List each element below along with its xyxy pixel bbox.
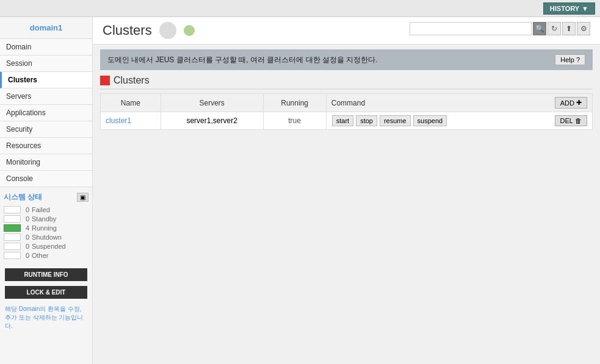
col-header-command: Command ADD ✚ [326, 94, 592, 112]
page-title: Clusters [103, 23, 152, 38]
col-header-name: Name [101, 94, 161, 112]
status-box-suspended [4, 243, 21, 250]
clusters-section: Clusters Name Servers Running [100, 75, 593, 359]
cmd-resume-button[interactable]: resume [380, 115, 411, 126]
runtime-info-button[interactable]: RUNTIME INFO [5, 268, 87, 281]
cluster-running: true [263, 112, 326, 130]
status-row-other: 0 Other [4, 252, 89, 259]
status-row-suspended: 0 Suspended [4, 243, 89, 250]
status-box-shutdown [4, 234, 21, 241]
system-status: 시스템 상태 ▣ 0 Failed 0 Standby 4 Running 0 [0, 187, 92, 266]
sidebar-item-security[interactable]: Security [0, 121, 92, 138]
status-row-shutdown: 0 Shutdown [4, 234, 89, 241]
header-decoration-circle2 [184, 25, 195, 36]
sidebar-item-console[interactable]: Console [0, 171, 92, 187]
content-area: Clusters 🔍 ↻ ⬆ ⚙ 도메인 내에서 JEUS 클러스터를 구성할 … [93, 17, 600, 364]
sidebar-item-monitoring[interactable]: Monitoring [0, 154, 92, 171]
info-banner-text: 도메인 내에서 JEUS 클러스터를 구성할 때, 여러 클러스터에 대한 설정… [107, 55, 378, 65]
lock-edit-button[interactable]: LOCK & EDIT [5, 286, 87, 299]
header-decoration-circle1 [159, 22, 176, 39]
status-box-running [4, 224, 21, 232]
system-status-title: 시스템 상태 ▣ [4, 192, 89, 202]
info-banner: 도메인 내에서 JEUS 클러스터를 구성할 때, 여러 클러스터에 대한 설정… [100, 49, 593, 70]
sidebar-item-applications[interactable]: Applications [0, 105, 92, 121]
help-button[interactable]: Help ? [555, 54, 585, 65]
search-area: 🔍 ↻ ⬆ ⚙ [410, 22, 590, 35]
sidebar-domain[interactable]: domain1 [0, 17, 92, 39]
status-row-standby: 0 Standby [4, 215, 89, 223]
cmd-suspend-button[interactable]: suspend [413, 115, 447, 126]
system-status-icon-btn[interactable]: ▣ [77, 193, 89, 202]
history-arrow: ▼ [582, 5, 588, 12]
status-box-standby [4, 215, 21, 223]
top-bar: HISTORY ▼ [0, 0, 600, 17]
sidebar-item-session[interactable]: Session [0, 55, 92, 72]
sidebar-item-servers[interactable]: Servers [0, 88, 92, 105]
sidebar-item-domain[interactable]: Domain [0, 39, 92, 55]
content-header: Clusters 🔍 ↻ ⬆ ⚙ [93, 17, 600, 45]
status-box-other [4, 252, 21, 259]
status-row-failed: 0 Failed [4, 206, 89, 213]
sidebar-item-clusters[interactable]: Clusters [0, 72, 92, 88]
settings-button[interactable]: ⚙ [577, 22, 590, 35]
del-icon: 🗑 [575, 117, 582, 124]
table-row: cluster1 server1,server2 true start [101, 112, 593, 130]
clusters-heading: Clusters [100, 75, 593, 90]
cluster-servers: server1,server2 [161, 112, 263, 130]
cmd-stop-button[interactable]: stop [356, 115, 377, 126]
del-cluster-button[interactable]: DEL 🗑 [555, 115, 587, 126]
col-header-running: Running [263, 94, 326, 112]
sidebar-note: 해당 Domain의 환목을 수정, 추가 또는 삭제하는 기능입니다. [0, 301, 92, 334]
clusters-heading-text: Clusters [114, 75, 150, 86]
refresh-button[interactable]: ↻ [548, 22, 561, 35]
clusters-heading-icon [100, 76, 110, 85]
col-header-servers: Servers [161, 94, 263, 112]
export-button[interactable]: ⬆ [562, 22, 576, 35]
main-layout: domain1 Domain Session Clusters Servers … [0, 17, 600, 364]
add-icon: ✚ [576, 99, 582, 107]
add-cluster-button[interactable]: ADD ✚ [555, 97, 587, 109]
status-box-failed [4, 206, 21, 213]
search-button[interactable]: 🔍 [533, 22, 546, 35]
history-label: HISTORY [550, 5, 579, 12]
sidebar: domain1 Domain Session Clusters Servers … [0, 17, 93, 364]
sidebar-item-resources[interactable]: Resources [0, 138, 92, 154]
help-icon: ? [576, 56, 580, 63]
search-input[interactable] [410, 22, 532, 35]
status-row-running: 4 Running [4, 224, 89, 232]
history-button[interactable]: HISTORY ▼ [543, 2, 595, 15]
clusters-table: Name Servers Running Command [100, 93, 593, 130]
cmd-start-button[interactable]: start [332, 115, 353, 126]
cluster-name[interactable]: cluster1 [101, 112, 161, 130]
cluster-commands: start stop resume suspend DEL 🗑 [326, 112, 592, 130]
